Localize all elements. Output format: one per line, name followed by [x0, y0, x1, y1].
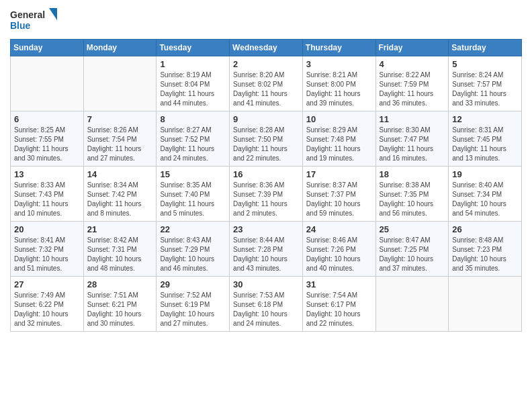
calendar-cell: 23Sunrise: 8:44 AM Sunset: 7:28 PM Dayli… — [230, 222, 303, 277]
day-number: 15 — [160, 169, 226, 179]
day-number: 17 — [306, 169, 372, 179]
day-info: Sunrise: 8:27 AM Sunset: 7:52 PM Dayligh… — [160, 126, 226, 163]
calendar-cell: 8Sunrise: 8:27 AM Sunset: 7:52 PM Daylig… — [157, 111, 230, 167]
calendar-cell: 5Sunrise: 8:24 AM Sunset: 7:57 PM Daylig… — [449, 56, 522, 111]
day-info: Sunrise: 8:26 AM Sunset: 7:54 PM Dayligh… — [87, 126, 153, 163]
day-info: Sunrise: 8:25 AM Sunset: 7:55 PM Dayligh… — [14, 126, 80, 163]
day-number: 4 — [380, 59, 445, 69]
day-number: 7 — [87, 114, 153, 124]
calendar-cell: 6Sunrise: 8:25 AM Sunset: 7:55 PM Daylig… — [11, 111, 84, 167]
day-info: Sunrise: 8:19 AM Sunset: 8:04 PM Dayligh… — [160, 71, 226, 108]
day-info: Sunrise: 8:48 AM Sunset: 7:23 PM Dayligh… — [452, 236, 518, 273]
day-number: 2 — [233, 59, 299, 69]
day-number: 11 — [380, 114, 445, 124]
calendar-cell: 7Sunrise: 8:26 AM Sunset: 7:54 PM Daylig… — [83, 111, 157, 167]
calendar-cell: 16Sunrise: 8:36 AM Sunset: 7:39 PM Dayli… — [230, 167, 303, 222]
day-number: 20 — [14, 224, 80, 234]
day-number: 6 — [14, 114, 80, 124]
day-info: Sunrise: 7:49 AM Sunset: 6:22 PM Dayligh… — [14, 291, 80, 328]
day-number: 10 — [306, 114, 372, 124]
logo-svg: General Blue — [10, 7, 57, 34]
day-number: 14 — [87, 169, 153, 179]
svg-text:Blue: Blue — [10, 20, 31, 31]
day-info: Sunrise: 8:20 AM Sunset: 8:02 PM Dayligh… — [233, 71, 299, 108]
calendar-cell: 25Sunrise: 8:47 AM Sunset: 7:25 PM Dayli… — [375, 222, 449, 277]
day-number: 31 — [306, 279, 372, 289]
day-number: 22 — [160, 224, 226, 234]
day-number: 8 — [160, 114, 226, 124]
calendar-cell: 31Sunrise: 7:54 AM Sunset: 6:17 PM Dayli… — [302, 277, 375, 332]
calendar-week-row: 27Sunrise: 7:49 AM Sunset: 6:22 PM Dayli… — [11, 277, 522, 332]
day-info: Sunrise: 8:24 AM Sunset: 7:57 PM Dayligh… — [452, 71, 518, 108]
calendar-cell: 28Sunrise: 7:51 AM Sunset: 6:21 PM Dayli… — [83, 277, 157, 332]
calendar-cell: 30Sunrise: 7:53 AM Sunset: 6:18 PM Dayli… — [230, 277, 303, 332]
calendar-cell: 12Sunrise: 8:31 AM Sunset: 7:45 PM Dayli… — [449, 111, 522, 167]
day-info: Sunrise: 8:21 AM Sunset: 8:00 PM Dayligh… — [306, 71, 372, 108]
calendar-cell — [375, 277, 449, 332]
day-number: 21 — [87, 224, 153, 234]
day-info: Sunrise: 8:31 AM Sunset: 7:45 PM Dayligh… — [452, 126, 518, 163]
day-number: 27 — [14, 279, 80, 289]
day-info: Sunrise: 8:33 AM Sunset: 7:43 PM Dayligh… — [14, 181, 80, 218]
calendar-cell: 1Sunrise: 8:19 AM Sunset: 8:04 PM Daylig… — [157, 56, 230, 111]
day-info: Sunrise: 8:43 AM Sunset: 7:29 PM Dayligh… — [160, 236, 226, 273]
day-number: 26 — [452, 224, 518, 234]
day-number: 25 — [380, 224, 445, 234]
svg-text:General: General — [10, 9, 45, 20]
calendar-cell: 26Sunrise: 8:48 AM Sunset: 7:23 PM Dayli… — [449, 222, 522, 277]
calendar-cell: 4Sunrise: 8:22 AM Sunset: 7:59 PM Daylig… — [375, 56, 449, 111]
day-info: Sunrise: 8:46 AM Sunset: 7:26 PM Dayligh… — [306, 236, 372, 273]
calendar-cell: 15Sunrise: 8:35 AM Sunset: 7:40 PM Dayli… — [157, 167, 230, 222]
day-number: 12 — [452, 114, 518, 124]
calendar-cell — [449, 277, 522, 332]
calendar-cell: 3Sunrise: 8:21 AM Sunset: 8:00 PM Daylig… — [302, 56, 375, 111]
calendar-week-row: 20Sunrise: 8:41 AM Sunset: 7:32 PM Dayli… — [11, 222, 522, 277]
day-info: Sunrise: 7:51 AM Sunset: 6:21 PM Dayligh… — [87, 291, 153, 328]
day-info: Sunrise: 7:52 AM Sunset: 6:19 PM Dayligh… — [160, 291, 226, 328]
day-info: Sunrise: 8:38 AM Sunset: 7:35 PM Dayligh… — [380, 181, 445, 218]
calendar-cell: 9Sunrise: 8:28 AM Sunset: 7:50 PM Daylig… — [230, 111, 303, 167]
day-number: 28 — [87, 279, 153, 289]
calendar-cell: 19Sunrise: 8:40 AM Sunset: 7:34 PM Dayli… — [449, 167, 522, 222]
calendar-cell: 24Sunrise: 8:46 AM Sunset: 7:26 PM Dayli… — [302, 222, 375, 277]
day-number: 18 — [380, 169, 445, 179]
day-info: Sunrise: 7:53 AM Sunset: 6:18 PM Dayligh… — [233, 291, 299, 328]
day-number: 5 — [452, 59, 518, 69]
calendar-cell: 11Sunrise: 8:30 AM Sunset: 7:47 PM Dayli… — [375, 111, 449, 167]
day-info: Sunrise: 8:30 AM Sunset: 7:47 PM Dayligh… — [380, 126, 445, 163]
calendar-cell — [11, 56, 84, 111]
calendar-week-row: 1Sunrise: 8:19 AM Sunset: 8:04 PM Daylig… — [11, 56, 522, 111]
weekday-header-friday: Friday — [375, 40, 449, 56]
weekday-header-tuesday: Tuesday — [157, 40, 230, 56]
calendar-cell: 2Sunrise: 8:20 AM Sunset: 8:02 PM Daylig… — [230, 56, 303, 111]
calendar-cell: 18Sunrise: 8:38 AM Sunset: 7:35 PM Dayli… — [375, 167, 449, 222]
calendar-cell: 10Sunrise: 8:29 AM Sunset: 7:48 PM Dayli… — [302, 111, 375, 167]
calendar-week-row: 6Sunrise: 8:25 AM Sunset: 7:55 PM Daylig… — [11, 111, 522, 167]
weekday-header-sunday: Sunday — [11, 40, 84, 56]
day-number: 24 — [306, 224, 372, 234]
calendar-cell: 17Sunrise: 8:37 AM Sunset: 7:37 PM Dayli… — [302, 167, 375, 222]
day-number: 16 — [233, 169, 299, 179]
calendar-cell: 14Sunrise: 8:34 AM Sunset: 7:42 PM Dayli… — [83, 167, 157, 222]
day-number: 1 — [160, 59, 226, 69]
day-number: 3 — [306, 59, 372, 69]
day-info: Sunrise: 8:40 AM Sunset: 7:34 PM Dayligh… — [452, 181, 518, 218]
day-info: Sunrise: 8:34 AM Sunset: 7:42 PM Dayligh… — [87, 181, 153, 218]
day-number: 19 — [452, 169, 518, 179]
calendar-cell: 22Sunrise: 8:43 AM Sunset: 7:29 PM Dayli… — [157, 222, 230, 277]
calendar-table: SundayMondayTuesdayWednesdayThursdayFrid… — [10, 39, 522, 332]
day-number: 23 — [233, 224, 299, 234]
calendar-cell: 21Sunrise: 8:42 AM Sunset: 7:31 PM Dayli… — [83, 222, 157, 277]
day-info: Sunrise: 8:44 AM Sunset: 7:28 PM Dayligh… — [233, 236, 299, 273]
weekday-header-row: SundayMondayTuesdayWednesdayThursdayFrid… — [11, 40, 522, 56]
calendar-cell: 29Sunrise: 7:52 AM Sunset: 6:19 PM Dayli… — [157, 277, 230, 332]
logo: General Blue — [10, 7, 57, 34]
day-info: Sunrise: 8:35 AM Sunset: 7:40 PM Dayligh… — [160, 181, 226, 218]
calendar-cell: 20Sunrise: 8:41 AM Sunset: 7:32 PM Dayli… — [11, 222, 84, 277]
day-info: Sunrise: 8:22 AM Sunset: 7:59 PM Dayligh… — [380, 71, 445, 108]
weekday-header-thursday: Thursday — [302, 40, 375, 56]
day-info: Sunrise: 8:41 AM Sunset: 7:32 PM Dayligh… — [14, 236, 80, 273]
header: General Blue — [10, 7, 522, 34]
weekday-header-wednesday: Wednesday — [230, 40, 303, 56]
svg-marker-2 — [49, 8, 57, 20]
